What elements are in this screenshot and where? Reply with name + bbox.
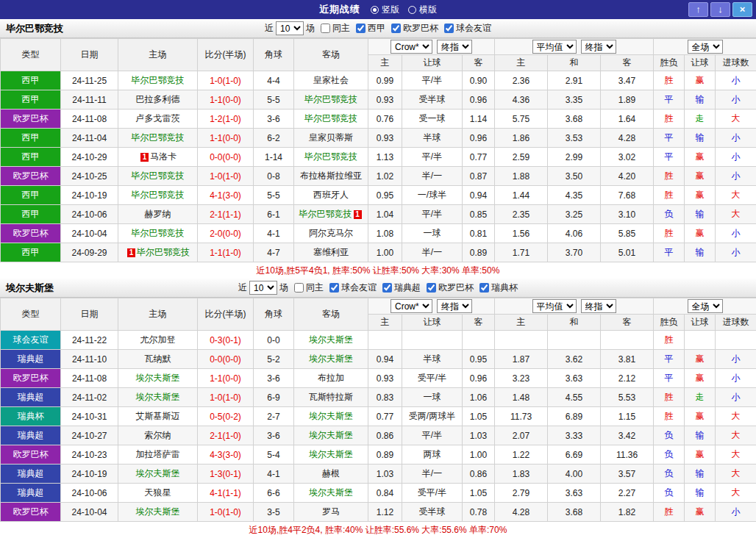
filter-checkbox-item[interactable]: 球会友谊 [444,22,491,35]
home-team: 卢多戈雷茨 [118,110,198,129]
odds-away: 1.14 [463,110,495,129]
match-count-select[interactable]: 10 [249,281,277,295]
match-count-select[interactable]: 10 [276,21,304,35]
league-badge: 西甲 [1,186,61,205]
avg-home: 2.36 [495,71,548,90]
match-date: 24-11-11 [61,90,118,110]
match-date: 24-10-06 [61,484,118,503]
avg-stage-select[interactable]: 终指 [581,299,616,313]
avg-home: 1.44 [495,186,548,205]
match-score: 2-1(1-0) [198,426,254,445]
odds-handicap: 平/半 [402,205,463,224]
filter-checkbox-label: 球会友谊 [341,281,377,294]
column-subheader: 让球 [402,55,463,71]
filter-checkbox-item[interactable]: 欧罗巴杯 [427,281,474,294]
odds-handicap: 半/一 [402,167,463,186]
avg-source-select[interactable]: 平均值 [532,40,577,54]
filter-checkbox[interactable] [479,283,489,293]
filter-checkbox-item[interactable]: 瑞典杯 [479,281,518,294]
filter-checkbox[interactable] [356,24,365,33]
corner-score: 4-1 [254,224,294,243]
column-subheader: 客 [463,55,495,71]
filter-checkbox[interactable] [382,283,392,293]
avg-home: 2.79 [495,484,548,503]
avg-home: 1.87 [495,350,548,369]
result-outcome: 负 [654,205,685,224]
match-score: 4-1(3-0) [198,186,254,205]
team-section-bar: 埃尔夫斯堡近10场同主球会友谊瑞典超欧罗巴杯瑞典杯 [0,279,756,298]
filter-checkbox-item[interactable]: 欧罗巴杯 [391,22,438,35]
filter-checkbox-item[interactable]: 同主 [294,281,324,294]
layout-radio-vertical[interactable]: 竖版 [371,4,399,16]
column-subheader: 客 [601,315,654,331]
away-team-name: 埃尔夫斯堡 [309,334,353,345]
odds-stage-select[interactable]: 终指 [437,299,472,313]
result-handicap: 赢 [685,224,716,243]
layout-radio-horizontal[interactable]: 横版 [408,4,437,16]
scope-select[interactable]: 全场 [688,299,723,313]
avg-stage-select[interactable]: 终指 [581,40,616,54]
filter-checkbox[interactable] [329,283,339,293]
filter-checkbox[interactable] [444,24,454,33]
column-subheader: 客 [463,315,495,331]
close-button[interactable]: × [732,2,752,17]
result-outcome: 平 [654,90,685,110]
filter-checkbox-item[interactable]: 瑞典超 [382,281,421,294]
avg-away: 3.02 [601,148,654,167]
odds-home: 1.08 [368,224,402,243]
filter-checkbox-item[interactable]: 球会友谊 [329,281,377,294]
league-badge: 欧罗巴杯 [1,224,61,243]
column-subheader: 胜负 [654,315,685,331]
home-team-name: 埃尔夫斯堡 [136,506,180,517]
odds-stage-select[interactable]: 终指 [437,40,472,54]
home-team: 毕尔巴鄂竞技 [118,129,198,148]
match-row: 欧罗巴杯24-11-08卢多戈雷茨1-2(1-0)3-6毕尔巴鄂竞技0.76受一… [1,110,756,129]
filter-checkbox[interactable] [294,283,304,293]
avg-draw: 2.91 [548,71,601,90]
filter-checkbox[interactable] [427,283,436,293]
odds-source-select[interactable]: Crow* [391,299,432,313]
avg-away: 3.81 [601,350,654,369]
match-date: 24-10-25 [61,167,118,186]
match-row: 欧罗巴杯24-11-08埃尔夫斯堡1-1(0-0)3-6布拉加0.93受平/半0… [1,369,756,388]
column-subheader: 主 [495,55,548,71]
corner-score: 5-4 [254,445,294,465]
away-team: 埃尔夫斯堡 [294,426,368,445]
column-subheader: 让球 [402,315,463,331]
filter-checkbox-item[interactable]: 同主 [321,22,350,35]
filter-checkbox-item[interactable]: 西甲 [356,22,385,35]
move-up-button[interactable]: ↑ [688,2,708,17]
move-down-button[interactable]: ↓ [710,2,730,17]
avg-away: 2.27 [601,484,654,503]
odds-home: 0.95 [368,186,402,205]
league-badge: 瑞典超 [1,484,61,503]
corner-score: 6-6 [254,484,294,503]
avg-source-select[interactable]: 平均值 [532,299,577,313]
result-goals: 小 [716,129,756,148]
match-score: 1-1(0-0) [198,129,254,148]
filter-checkbox[interactable] [391,24,401,33]
avg-draw: 3.33 [548,426,601,445]
match-score: 1-1(1-0) [198,243,254,262]
match-date: 24-10-31 [61,407,118,426]
avg-draw: 3.62 [548,350,601,369]
match-row: 球会友谊24-11-22尤尔加登0-3(0-1)0-0埃尔夫斯堡胜 [1,331,756,350]
odds-source-select[interactable]: Crow* [391,40,432,54]
result-handicap: 赢 [685,350,716,369]
match-score: 2-0(0-0) [198,224,254,243]
filter-checkbox[interactable] [321,24,330,33]
scope-select[interactable]: 全场 [688,40,723,54]
odds-home: 0.84 [368,484,402,503]
column-subheader: 主 [368,55,402,71]
league-badge: 西甲 [1,205,61,224]
radio-label: 竖版 [382,4,399,16]
away-team-name: 皇家社会 [313,75,349,85]
avg-draw: 3.68 [548,110,601,129]
corner-score: 5-5 [254,90,294,110]
odds-away: 0.87 [463,167,495,186]
home-team-name: 毕尔巴鄂竞技 [132,75,185,85]
home-team-name: 埃尔夫斯堡 [136,373,180,383]
home-team: 天狼星 [118,484,198,503]
filter-checkbox-label: 同主 [306,281,324,294]
avg-home: 1.22 [495,445,548,465]
